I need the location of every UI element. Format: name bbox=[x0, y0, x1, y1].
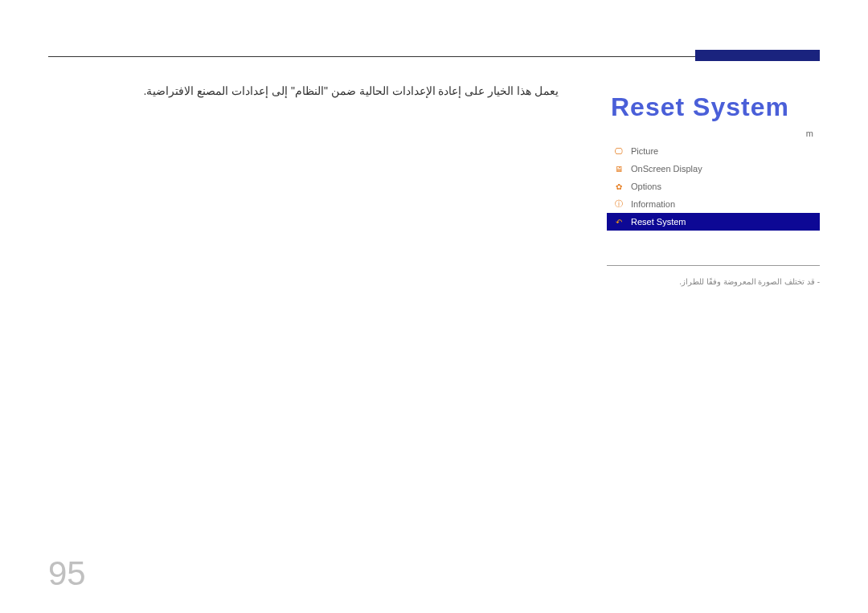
model-disclaimer: - قد تختلف الصورة المعروضة وفقًا للطراز. bbox=[607, 277, 820, 286]
menu-label: Picture bbox=[631, 146, 658, 156]
menu-label: m bbox=[806, 129, 813, 138]
main-description: يعمل هذا الخيار على إعادة الإعدادات الحا… bbox=[48, 82, 559, 100]
menu-row-picture[interactable]: 🖵 Picture bbox=[607, 142, 820, 160]
menu-row-reset-system[interactable]: ↶ Reset System bbox=[607, 213, 820, 231]
menu-row-options[interactable]: ✿ Options bbox=[607, 178, 820, 195]
gear-icon: ✿ bbox=[613, 182, 624, 191]
page-number: 95 bbox=[48, 554, 86, 593]
menu-label: Reset System bbox=[631, 217, 686, 227]
menu-label: Information bbox=[631, 199, 675, 209]
menu-row-information[interactable]: ⓘ Information bbox=[607, 195, 820, 213]
section-divider bbox=[607, 265, 820, 266]
menu-label: OnScreen Display bbox=[631, 164, 702, 174]
menu-panel: m 🖵 Picture 🖥 OnScreen Display ✿ Options… bbox=[607, 125, 820, 231]
menu-label: Options bbox=[631, 182, 661, 191]
header-accent bbox=[695, 50, 820, 61]
picture-icon: 🖵 bbox=[613, 147, 624, 156]
page-title: Reset System bbox=[611, 92, 820, 122]
menu-row-info: m bbox=[607, 125, 820, 142]
display-icon: 🖥 bbox=[613, 165, 624, 174]
reset-icon: ↶ bbox=[613, 218, 624, 227]
info-icon: ⓘ bbox=[613, 198, 624, 210]
menu-row-onscreen[interactable]: 🖥 OnScreen Display bbox=[607, 160, 820, 178]
